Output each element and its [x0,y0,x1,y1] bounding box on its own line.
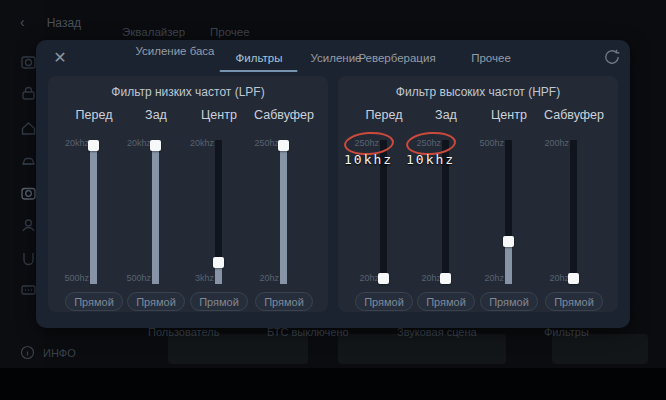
slider-max-label: 20khz [190,138,214,148]
frequency-slider[interactable] [152,140,159,284]
frequency-slider[interactable] [505,140,512,284]
slider-min-label: 20hz [259,273,279,283]
channel-column: Перед250hz20hz10khzПрямой [353,76,415,312]
bg-block [552,334,648,364]
horseshoe-icon[interactable] [20,250,37,267]
slider-handle[interactable] [503,236,514,247]
channel-column: Сабвуфер200hz20hzПрямой [543,76,605,312]
slider-fill [505,245,512,284]
slider-max-label: 200hz [544,138,569,148]
slider-handle[interactable] [378,273,389,284]
back-label: Назад [47,16,81,30]
frequency-slider[interactable] [570,140,577,284]
slider-max-label: 20khz [65,138,89,148]
modal-tab-2[interactable]: Фильтры [236,52,283,64]
camera-icon[interactable] [20,185,37,202]
channel-column: Центр20khz3khzПрямой [188,76,250,312]
channel-name: Перед [63,108,125,122]
slider-fill [215,266,222,284]
slider-max-label: 250hz [254,138,279,148]
radio-card-icon[interactable] [20,281,37,298]
slider-fill [152,149,159,284]
slider-min-label: 20hz [421,273,441,283]
handwritten-annotation: 10khz [406,152,455,167]
bg-block [338,334,506,364]
back-chevron-icon: ‹ [20,14,25,30]
slider-fill [280,149,287,284]
modal-tab-3[interactable]: Усиление [311,52,362,64]
info-row[interactable]: ИНФО [20,345,76,360]
screen: ‹Назад Эквалайзер Прочее Пользователь БТ… [0,0,666,400]
channel-column: Центр500hz20hzПрямой [478,76,540,312]
direct-button[interactable]: Прямой [417,292,475,311]
slider-handle[interactable] [568,273,579,284]
car-lock-icon[interactable] [20,85,37,102]
hpf-panel: Фильтр высоких частот (HPF) Перед250hz20… [338,76,618,312]
direct-button[interactable]: Прямой [65,292,123,311]
slider-handle[interactable] [150,140,161,151]
direct-button[interactable]: Прямой [190,292,248,311]
assistant-icon[interactable] [20,217,37,234]
channel-name: Сабвуфер [543,108,605,122]
direct-button[interactable]: Прямой [127,292,185,311]
info-label: ИНФО [43,347,76,359]
direct-button[interactable]: Прямой [355,292,413,311]
modal-tab-5[interactable]: Прочее [471,52,511,64]
reset-refresh-icon[interactable] [602,47,622,67]
channel-column: Сабвуфер250hz20hzПрямой [253,76,315,312]
channel-name: Сабвуфер [253,108,315,122]
lpf-panel: Фильтр низких частот (LPF) Перед20khz500… [48,76,328,312]
slider-handle[interactable] [213,257,224,268]
slider-min-label: 20hz [549,273,569,283]
handwritten-annotation: 10khz [344,152,393,167]
filters-dialog: ✕ Усиление басаФильтрыУсилениеРеверберац… [36,40,630,328]
slider-min-label: 20hz [484,273,504,283]
bg-block [168,334,308,364]
direct-button[interactable]: Прямой [255,292,313,311]
slider-handle[interactable] [88,140,99,151]
slider-fill [90,149,97,284]
channel-column: Зад250hz20hz10khzПрямой [415,76,477,312]
direct-button[interactable]: Прямой [545,292,603,311]
channel-name: Зад [125,108,187,122]
channel-name: Перед [353,108,415,122]
frequency-slider[interactable] [215,140,222,284]
direct-button[interactable]: Прямой [480,292,538,311]
slider-handle[interactable] [278,140,289,151]
channel-column: Зад20khz500hzПрямой [125,76,187,312]
slider-min-label: 3khz [195,273,214,283]
bottom-nav-bar: 4G 19:18 [0,368,666,400]
slider-min-label: 20hz [359,273,379,283]
slider-max-label: 500hz [479,138,504,148]
frequency-slider[interactable] [90,140,97,284]
info-icon [20,345,35,360]
home-icon[interactable] [20,120,37,137]
channel-name: Зад [415,108,477,122]
channel-name: Центр [478,108,540,122]
slider-handle[interactable] [440,273,451,284]
modal-tab-4[interactable]: Реверберация [358,52,435,64]
slider-min-label: 500hz [64,273,89,283]
bg-tab-equalizer[interactable]: Эквалайзер [122,26,185,38]
modal-tab-1[interactable]: Усиление баса [135,45,215,58]
slider-max-label: 20khz [127,138,151,148]
frequency-slider[interactable] [280,140,287,284]
channel-name: Центр [188,108,250,122]
dashcam-icon[interactable] [20,54,37,71]
slider-min-label: 500hz [126,273,151,283]
back-nav[interactable]: ‹Назад [20,14,81,30]
channel-column: Перед20khz500hzПрямой [63,76,125,312]
car-front-icon[interactable] [20,152,37,169]
close-icon[interactable]: ✕ [50,48,70,68]
bg-tab-other[interactable]: Прочее [210,26,250,38]
